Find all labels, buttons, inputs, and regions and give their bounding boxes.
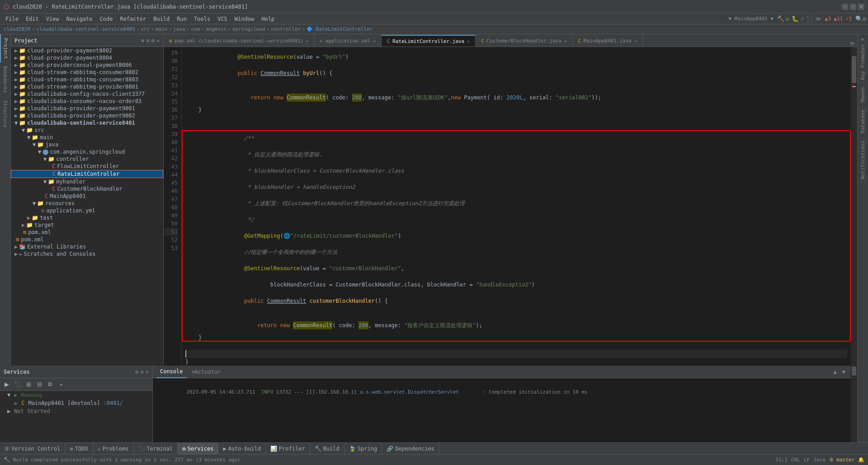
breadcrumb-springcloud[interactable]: springcloud <box>232 26 265 32</box>
tree-item-consul8006[interactable]: ▶ 📁 cloud-providerconsul-payment8006 <box>11 61 163 69</box>
build-button[interactable]: 🔨 <box>777 15 784 22</box>
search-button[interactable]: 🔍 <box>855 15 863 22</box>
tab-pom-close[interactable]: ✕ <box>306 38 309 43</box>
tree-item-payment8004[interactable]: ▶ 📁 cloud-provider-payment8004 <box>11 54 163 61</box>
build-btn[interactable]: 🔨 Build <box>310 443 344 455</box>
services-mainapp-item[interactable]: ▶ C MainApp8401 [devtools] :8401/ <box>0 399 152 407</box>
database-tab[interactable]: Database <box>858 106 868 137</box>
breadcrumb-com[interactable]: com <box>191 26 200 32</box>
console-tab[interactable]: Console <box>156 366 187 378</box>
menu-navigate[interactable]: Navigate <box>63 15 96 23</box>
menu-run[interactable]: Run <box>173 15 190 23</box>
services-options-icon[interactable]: ≡ <box>141 369 144 375</box>
tree-item-mainapp8401[interactable]: C MainApp8401 <box>11 193 163 200</box>
notifications-tab[interactable]: Notifications <box>858 137 868 183</box>
maximize-button[interactable]: □ <box>850 4 856 10</box>
services-btn[interactable]: ⚙ Services <box>178 443 218 455</box>
more-run-button[interactable]: ≫ <box>815 15 821 22</box>
tab-customerblock[interactable]: C CustomerBlockHandler.java ✕ <box>476 35 573 47</box>
tree-item-ratelimit[interactable]: C RateLimitController <box>11 170 163 178</box>
spring-btn[interactable]: 🍃 Spring <box>344 443 382 455</box>
menu-code[interactable]: Code <box>96 15 117 23</box>
panel-close-icon[interactable]: ✕ <box>156 38 160 44</box>
bottom-scrollbar-thumb[interactable] <box>852 366 856 376</box>
services-settings-icon[interactable]: ⚙ <box>135 369 138 375</box>
tree-item-target[interactable]: ▶ 📁 target <box>11 221 163 229</box>
menu-tools[interactable]: Tools <box>190 15 214 23</box>
tab-mainapp-close[interactable]: ✕ <box>634 38 637 43</box>
more-tabs-button[interactable]: ≫ <box>848 40 857 47</box>
console-scroll-down[interactable]: ▼ <box>840 369 847 375</box>
tree-item-resources[interactable]: ▼ 📁 resources <box>11 200 163 207</box>
services-settings-btn[interactable]: ⚙ <box>45 380 55 390</box>
services-close-icon[interactable]: ✕ <box>146 369 149 375</box>
tree-item-package[interactable]: ▼ ⬤ com.angenin.springcloud <box>11 148 163 155</box>
services-not-started-group[interactable]: ▶ Not Started <box>0 407 152 415</box>
services-group-btn[interactable]: ⊞ <box>24 380 33 390</box>
debug-button[interactable]: 🐛 <box>792 15 799 22</box>
tree-item-pom-module[interactable]: m pom.xml <box>11 229 163 236</box>
todo-btn[interactable]: ≡ TODO <box>65 443 93 455</box>
menu-build[interactable]: Build <box>150 15 173 23</box>
locate-icon[interactable]: ⊕ <box>141 38 144 44</box>
maven-tab[interactable]: Maven <box>858 84 868 106</box>
collapse-icon[interactable]: ≡ <box>146 38 149 44</box>
menu-window[interactable]: Window <box>231 15 258 23</box>
auto-build-btn[interactable]: ▶ Auto-build <box>218 443 265 455</box>
coverage-button[interactable]: ⚡ <box>801 15 804 22</box>
menu-edit[interactable]: Edit <box>22 15 42 23</box>
problems-btn[interactable]: ⚠ Problems <box>93 443 134 455</box>
profiler-btn[interactable]: 📊 Profiler <box>266 443 310 455</box>
tree-item-java[interactable]: ▼ 📁 java <box>11 141 163 148</box>
breadcrumb-controller[interactable]: controller <box>271 26 301 32</box>
services-stop-btn[interactable]: ⬛ <box>13 380 23 390</box>
tree-item-flowlimit[interactable]: C FlowLimitController <box>11 163 163 170</box>
settings-button[interactable]: ⚙ <box>863 15 866 22</box>
tab-customerblock-close[interactable]: ✕ <box>564 38 567 43</box>
tree-item-rabbit8802[interactable]: ▶ 📁 cloud-stream-rabbitmq-consumer8802 <box>11 69 163 76</box>
breadcrumb-cloud2020[interactable]: cloud2020 <box>4 26 31 32</box>
scrollbar[interactable] <box>851 47 857 366</box>
tree-item-test[interactable]: ▶ 📁 test <box>11 214 163 221</box>
tab-application-yml[interactable]: ⚙ application.yml ✕ <box>315 35 382 47</box>
actuator-tab[interactable]: ⚙ Actuator <box>189 366 225 378</box>
stop-button[interactable]: ⬛ <box>806 15 813 22</box>
tree-item-src[interactable]: ▼ 📁 src <box>11 127 163 134</box>
notification-icon[interactable]: 🔔 <box>858 457 864 463</box>
tab-yml-close[interactable]: ✕ <box>373 38 376 43</box>
breadcrumb-class[interactable]: 🔷 RateLimitController <box>307 26 373 32</box>
tab-pom-xml[interactable]: m pom.xml (cloudalibaba-sentinel-service… <box>164 35 315 47</box>
menu-refactor[interactable]: Refactor <box>116 15 150 23</box>
dependencies-btn[interactable]: 🔗 Dependencies <box>382 443 439 455</box>
tree-item-pom-root[interactable]: m pom.xml <box>11 236 163 243</box>
breadcrumb-module[interactable]: cloudalibaba-sentinel-service8401 <box>36 26 135 32</box>
scrollbar-thumb[interactable] <box>852 56 856 83</box>
breadcrumb-angenin[interactable]: angenin <box>206 26 226 32</box>
console-scroll-up[interactable]: ▲ <box>832 369 839 375</box>
tree-item-main[interactable]: ▼ 📁 main <box>11 134 163 141</box>
menu-file[interactable]: File <box>2 15 22 23</box>
tree-item-rabbit8801[interactable]: ▶ 📁 cloud-stream-rabbitmq-provider8801 <box>11 83 163 90</box>
tab-ratelimit-close[interactable]: ✕ <box>467 39 470 44</box>
services-filter-btn[interactable]: ⊟ <box>34 380 44 390</box>
tree-item-order83[interactable]: ▶ 📁 cloudalibaba-consumer-nacos-order83 <box>11 98 163 105</box>
breadcrumb-java[interactable]: java <box>173 26 185 32</box>
tree-item-payment9001[interactable]: ▶ 📁 cloudalibaba-provider-payment9001 <box>11 105 163 112</box>
tree-item-external-libs[interactable]: ▶ 📚 External Libraries <box>11 243 163 250</box>
tree-item-controller[interactable]: ▼ 📁 controller <box>11 155 163 163</box>
breadcrumb-src[interactable]: src <box>141 26 150 32</box>
breadcrumb-main[interactable]: main <box>156 26 168 32</box>
tree-item-rabbit8803[interactable]: ▶ 📁 cloud-stream-rabbitmq-consumer8803 <box>11 76 163 83</box>
bookmarks-panel-tab[interactable]: Bookmarks <box>0 62 10 97</box>
menu-help[interactable]: Help <box>258 15 278 23</box>
terminal-btn[interactable]: ⬛ Terminal <box>134 443 178 455</box>
close-button[interactable]: ✕ <box>858 4 864 10</box>
code-editor[interactable]: 29 30 31 32 33 34 35 36 37 38 39 40 41 4… <box>164 47 857 366</box>
tree-item-sentinel8401[interactable]: ▼ 📁 cloudalibaba-sentinel-service8401 <box>11 119 163 127</box>
project-panel-tab[interactable]: Project <box>0 34 10 62</box>
tab-ratelimit-controller[interactable]: C RateLimitController.java ✕ <box>382 35 476 47</box>
version-control-btn[interactable]: ⑤ Version Control <box>0 443 65 455</box>
services-add-btn[interactable]: ＋ <box>56 380 66 390</box>
run-button[interactable]: ▶ <box>786 15 790 22</box>
code-content[interactable]: @SentinelResource(value = "byUrl") publi… <box>182 47 851 366</box>
